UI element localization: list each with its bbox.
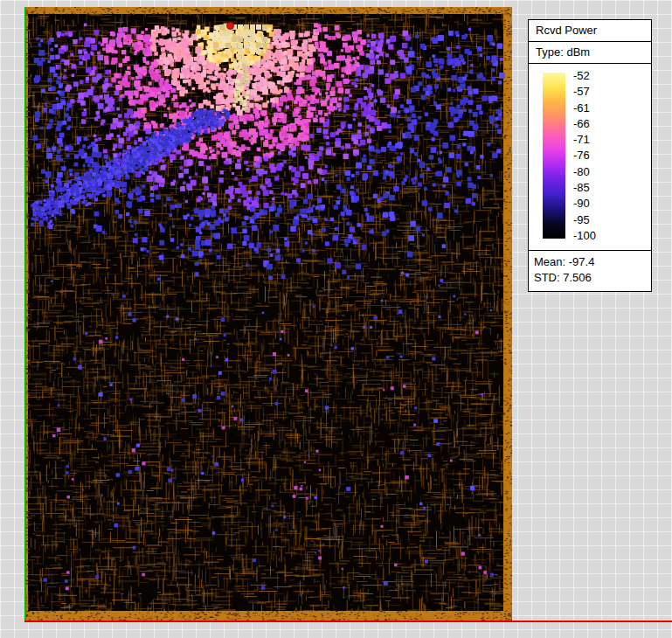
legend-color-scale: -52-57-61-66-71-76-80-85-90-95-100 bbox=[529, 64, 651, 251]
legend-title: Rcvd Power bbox=[529, 20, 651, 42]
legend-mean-value: Mean: -97.4 bbox=[534, 254, 646, 270]
legend-tick: -100 bbox=[573, 230, 596, 241]
legend-type-label: Type: dBm bbox=[529, 42, 651, 64]
legend-tick: -57 bbox=[573, 86, 596, 97]
legend-tick: -95 bbox=[573, 214, 596, 225]
legend-ticks: -52-57-61-66-71-76-80-85-90-95-100 bbox=[573, 70, 596, 241]
legend-gradient-bar bbox=[543, 73, 565, 239]
coverage-map-view[interactable] bbox=[24, 7, 512, 621]
legend-tick: -61 bbox=[573, 102, 596, 114]
legend-tick: -90 bbox=[573, 198, 596, 209]
legend-tick: -71 bbox=[573, 134, 596, 145]
legend-tick: -66 bbox=[573, 118, 596, 129]
received-power-heatmap[interactable] bbox=[24, 7, 512, 621]
legend-std-value: STD: 7.506 bbox=[534, 270, 646, 286]
legend-tick: -76 bbox=[573, 149, 596, 161]
cad-workspace: Rcvd Power Type: dBm -52-57-61-66-71-76-… bbox=[0, 0, 672, 638]
legend-panel: Rcvd Power Type: dBm -52-57-61-66-71-76-… bbox=[528, 19, 652, 292]
legend-stats: Mean: -97.4 STD: 7.506 bbox=[529, 251, 651, 291]
legend-tick: -52 bbox=[573, 70, 596, 81]
legend-tick: -80 bbox=[573, 166, 596, 177]
transmitter-marker[interactable] bbox=[226, 22, 234, 30]
map-bottom-boundary-line bbox=[24, 621, 672, 622]
map-left-boundary-line bbox=[24, 7, 26, 621]
legend-tick: -85 bbox=[573, 182, 596, 193]
